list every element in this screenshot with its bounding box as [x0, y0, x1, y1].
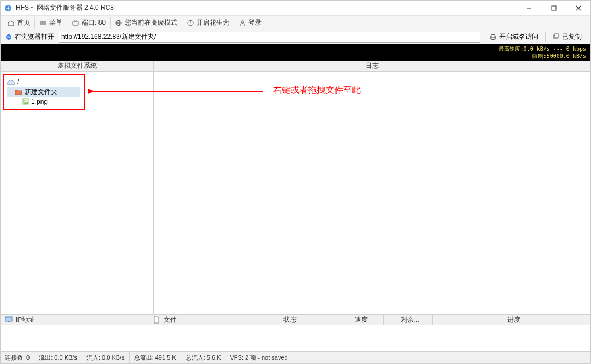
annotation-text: 右键或者拖拽文件至此 [273, 85, 361, 96]
home-button[interactable]: 首页 [3, 17, 35, 29]
power-icon [187, 19, 194, 27]
status-out: 流出: 0.0 KB/s [34, 352, 82, 363]
col-speed-label: 速度 [355, 315, 368, 325]
col-file-label: 文件 [164, 315, 177, 325]
port-icon [72, 19, 79, 27]
globe-icon [489, 33, 497, 41]
user-icon [239, 19, 246, 27]
col-status-label: 状态 [283, 315, 297, 325]
port-label: 端口: 80 [82, 18, 106, 27]
copy-label: 已复制 [562, 32, 582, 42]
col-file[interactable]: 文件 [148, 315, 241, 325]
col-remain[interactable]: 剩余... [384, 315, 433, 325]
speed-band: 最高速度:0.0 kB/s --- 0 kbps 限制:50000.0 kB/s [1, 44, 590, 61]
hamburger-icon [39, 19, 47, 27]
col-remain-label: 剩余... [401, 315, 419, 325]
peanut-button[interactable]: 开启花生壳 [182, 17, 234, 29]
status-total-in: 总流入: 5.6 K [181, 352, 226, 363]
vfs-panel[interactable]: / 新建文件夹 1.png [1, 72, 154, 314]
connections-header: IP地址 文件 状态 速度 剩余... 进度 [1, 314, 590, 325]
globe-icon [115, 19, 123, 27]
copy-button[interactable]: 已复制 [549, 31, 585, 43]
annotation-box: / 新建文件夹 1.png [3, 74, 85, 110]
speed-max: 最高速度:0.0 kB/s --- 0 kbps [499, 45, 586, 52]
col-status[interactable]: 状态 [241, 315, 334, 325]
main-area: / 新建文件夹 1.png 右键或者拖拽文件至此 [1, 72, 590, 314]
annotation-arrow [88, 86, 269, 97]
window-title: HFS ~ 网络文件服务器 2.4.0 RC8 [16, 3, 517, 13]
file-icon [153, 316, 160, 324]
col-ip-label: IP地址 [16, 315, 35, 325]
copy-icon [552, 33, 560, 41]
tree-root-label: / [17, 78, 19, 86]
status-vfs: VFS: 2 项 - not saved [225, 352, 292, 363]
col-progress-label: 进度 [507, 315, 520, 325]
maximize-button[interactable] [541, 1, 566, 15]
col-progress[interactable]: 进度 [433, 315, 590, 325]
menu-label: 菜单 [49, 18, 62, 27]
log-header: 日志 [154, 61, 590, 71]
folder-icon [15, 89, 22, 95]
port-button[interactable]: 端口: 80 [67, 17, 111, 29]
monitor-icon [5, 316, 13, 324]
open-browser-button[interactable]: 在浏览器打开 [3, 32, 56, 42]
status-bar: 连接数: 0 流出: 0.0 KB/s 流入: 0.0 KB/s 总流出: 49… [1, 351, 590, 363]
address-bar: 在浏览器打开 开启域名访问 已复制 [1, 30, 590, 44]
home-label: 首页 [17, 18, 30, 27]
svg-rect-27 [8, 321, 10, 322]
svg-rect-22 [555, 34, 558, 38]
dyndns-label: 开启域名访问 [499, 32, 538, 42]
svg-rect-26 [5, 317, 12, 321]
vfs-header: 虚拟文件系统 [1, 61, 154, 71]
svg-rect-8 [73, 21, 78, 25]
speed-limit: 限制:50000.0 kB/s [499, 52, 586, 60]
login-button[interactable]: 登录 [234, 17, 266, 29]
status-total-out: 总流出: 491.5 K [130, 352, 181, 363]
col-ip[interactable]: IP地址 [1, 315, 148, 325]
url-input[interactable] [59, 32, 480, 43]
close-button[interactable] [566, 1, 590, 15]
tree-file-label: 1.png [31, 98, 48, 105]
main-toolbar: 首页 菜单 端口: 80 您当前在高级模式 开启花生壳 登录 [1, 16, 590, 30]
app-icon [4, 4, 13, 13]
mode-button[interactable]: 您当前在高级模式 [111, 17, 182, 29]
svg-point-24 [24, 100, 25, 101]
tree-root[interactable]: / [7, 77, 80, 87]
tree-folder-label: 新建文件夹 [25, 87, 57, 97]
tree-folder[interactable]: 新建文件夹 [7, 87, 80, 97]
login-label: 登录 [248, 18, 262, 27]
ie-icon [5, 33, 13, 41]
open-browser-label: 在浏览器打开 [15, 32, 54, 42]
image-file-icon [22, 98, 29, 105]
mode-label: 您当前在高级模式 [125, 18, 177, 27]
window-titlebar: HFS ~ 网络文件服务器 2.4.0 RC8 [1, 1, 590, 16]
log-panel[interactable] [154, 72, 590, 314]
tree-file[interactable]: 1.png [7, 97, 80, 107]
minimize-button[interactable] [517, 1, 541, 15]
status-connections: 连接数: 0 [1, 352, 34, 363]
peanut-label: 开启花生壳 [196, 18, 229, 27]
connections-body[interactable] [1, 325, 590, 351]
svg-point-16 [241, 20, 244, 22]
dyndns-button[interactable]: 开启域名访问 [486, 31, 542, 43]
home-icon [7, 19, 15, 27]
panel-headers: 虚拟文件系统 日志 [1, 61, 590, 72]
status-in: 流入: 0.0 KB/s [82, 352, 130, 363]
menu-button[interactable]: 菜单 [35, 17, 67, 29]
svg-rect-2 [552, 6, 556, 10]
home-folder-icon [7, 78, 15, 86]
col-speed[interactable]: 速度 [334, 315, 384, 325]
separator [545, 32, 546, 42]
